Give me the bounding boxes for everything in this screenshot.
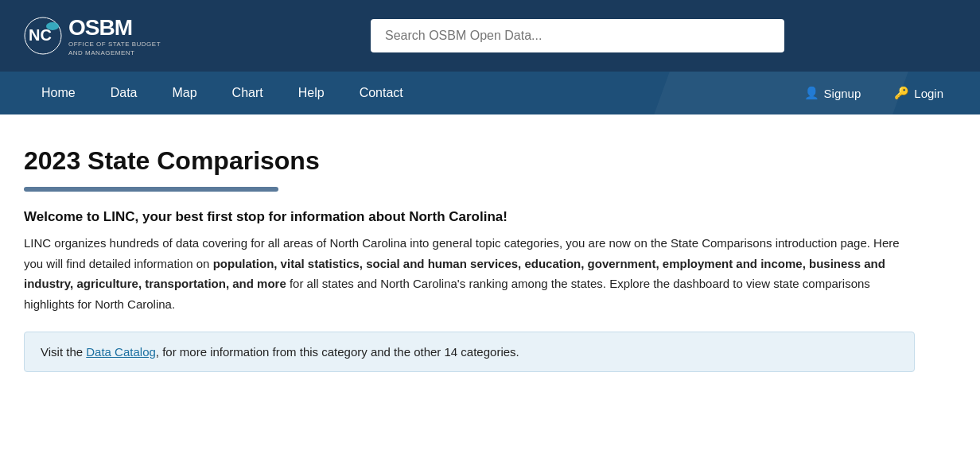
logo-area: NC OSBM OFFICE OF STATE BUDGETAND MANAGE… [24, 14, 183, 57]
nav-item-chart[interactable]: Chart [215, 72, 281, 114]
main-content: 2023 State Comparisons Welcome to LINC, … [0, 114, 939, 396]
signup-link[interactable]: 👤 Signup [791, 80, 874, 107]
search-container [371, 19, 784, 52]
info-box: Visit the Data Catalog, for more informa… [24, 332, 915, 372]
nav-auth: 👤 Signup 🔑 Login [791, 80, 956, 107]
signup-label: Signup [824, 87, 861, 100]
page-title: 2023 State Comparisons [24, 146, 915, 176]
nav-link-home[interactable]: Home [24, 72, 93, 114]
login-icon: 🔑 [894, 86, 909, 100]
info-box-prefix: Visit the [41, 345, 86, 359]
nav-link-data[interactable]: Data [93, 72, 155, 114]
top-header: NC OSBM OFFICE OF STATE BUDGETAND MANAGE… [0, 0, 980, 72]
welcome-heading: Welcome to LINC, your best first stop fo… [24, 209, 915, 225]
nav-links: Home Data Map Chart Help Contact [24, 72, 791, 114]
intro-text: LINC organizes hundreds of data covering… [24, 233, 915, 314]
nav-item-home[interactable]: Home [24, 72, 93, 114]
nav-bar: Home Data Map Chart Help Contact 👤 Signu… [0, 72, 980, 114]
nav-link-chart[interactable]: Chart [215, 72, 281, 114]
osbm-title: OSBM [68, 14, 161, 41]
svg-point-2 [46, 22, 59, 30]
info-box-suffix: , for more information from this categor… [156, 345, 519, 359]
login-link[interactable]: 🔑 Login [881, 80, 956, 107]
data-catalog-link[interactable]: Data Catalog [86, 345, 156, 359]
title-underline [24, 187, 278, 192]
nav-item-contact[interactable]: Contact [342, 72, 421, 114]
nav-item-help[interactable]: Help [281, 72, 342, 114]
nav-link-map[interactable]: Map [154, 72, 214, 114]
login-label: Login [914, 87, 943, 100]
search-input[interactable] [371, 19, 784, 52]
logo-text: OSBM OFFICE OF STATE BUDGETAND MANAGEMEN… [68, 14, 161, 57]
nav-link-contact[interactable]: Contact [342, 72, 421, 114]
nav-item-data[interactable]: Data [93, 72, 155, 114]
logo-subtitle: OFFICE OF STATE BUDGETAND MANAGEMENT [68, 41, 161, 57]
nav-link-help[interactable]: Help [281, 72, 342, 114]
nc-logo: NC [24, 17, 62, 55]
signup-icon: 👤 [804, 86, 819, 100]
nav-item-map[interactable]: Map [154, 72, 214, 114]
